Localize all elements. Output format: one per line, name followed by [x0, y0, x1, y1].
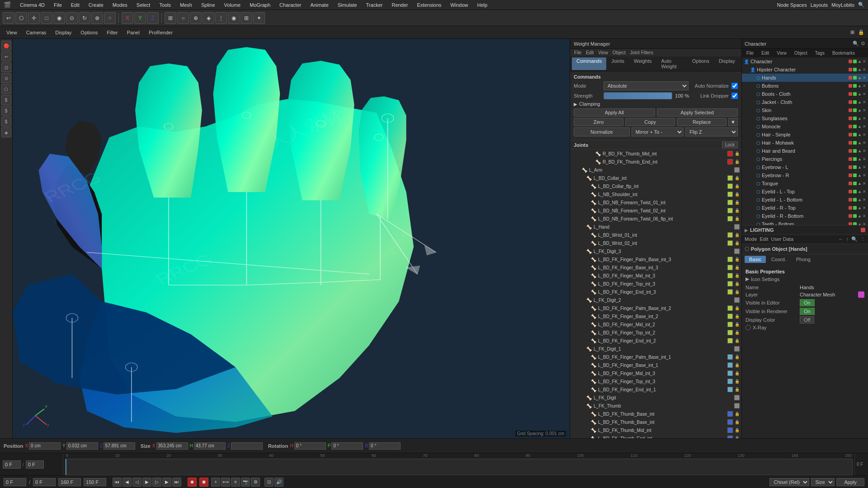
subtool-filter[interactable]: Filter — [104, 29, 120, 36]
cp-tree-item[interactable]: ⬡ Teeth - Bottom ▲ ✕ — [742, 220, 868, 225]
menu-spline[interactable]: Spline — [199, 1, 217, 9]
joint-item[interactable]: 🦴 L_BD_NB_Forearm_Twist_06_ftp_int 🔒 — [570, 215, 741, 223]
cp-tree-item[interactable]: ⬡ Hands ▲ ✕ — [742, 74, 868, 82]
prev-keyframe-btn[interactable]: ◁ — [132, 478, 142, 487]
timeline-zoom-btn[interactable]: ⟺ — [221, 478, 230, 487]
props-user-data-label[interactable]: User Data — [771, 236, 794, 242]
footer-frame-input-2[interactable] — [33, 478, 56, 486]
props-display-color-btn[interactable]: Off — [800, 316, 814, 324]
cp-tree-item[interactable]: ⬡ Tongue ▲ ✕ — [742, 179, 868, 188]
joint-item[interactable]: 🦴 L_BD_FK_Finger_End_int_3 🔒 — [570, 288, 741, 296]
joint-item[interactable]: 🦴 L_BD_FK_Finger_Base_int_1 🔒 — [570, 361, 741, 369]
wm-view[interactable]: View — [597, 50, 609, 56]
copy-button[interactable]: Copy — [625, 118, 675, 126]
auto-normalize-checkbox[interactable] — [731, 83, 738, 89]
cp-tree-item[interactable]: 👤 Hipster Character ▲ ✕ — [742, 66, 868, 74]
sidebar-icon-9[interactable]: ◈ — [1, 127, 11, 137]
wm-edit[interactable]: Edit — [585, 50, 595, 56]
cp-tab-file[interactable]: File — [743, 50, 757, 56]
toolbar-live-selection[interactable]: ⬡ — [15, 12, 27, 24]
joints-list[interactable]: 🦴 R_BD_FK_Thumb_Mid_int 🔒 🦴 R_BD_FK_Thum… — [570, 150, 741, 438]
subtool-cameras[interactable]: Cameras — [24, 29, 49, 36]
cmd-mode-select[interactable]: Absolute — [604, 81, 689, 90]
mode-btn-1[interactable]: ⊡ — [264, 478, 274, 487]
cp-tree-item[interactable]: ⬡ Hair and Beard ▲ ✕ — [742, 147, 868, 155]
cp-tree-item[interactable]: ⬡ Eyelid - R - Bottom ▲ ✕ — [742, 212, 868, 220]
wm-subtab-auto-weight[interactable]: Auto Weight — [657, 57, 687, 70]
cp-tree-item[interactable]: ⬡ Eyebrow - L ▲ ✕ — [742, 163, 868, 171]
clamping-triangle[interactable]: ▶ — [574, 102, 577, 107]
joint-item[interactable]: 🦴 L_BD_FK_Finger_Base_int_2 🔒 — [570, 312, 741, 320]
menu-select[interactable]: Select — [135, 1, 152, 9]
props-nav-back[interactable]: ← — [839, 236, 844, 242]
size-x-input[interactable] — [156, 442, 188, 450]
menu-render[interactable]: Render — [390, 1, 410, 9]
subtool-view[interactable]: View — [4, 29, 20, 36]
joint-item[interactable]: 🦴 L_BD_FK_Finger_Top_int_3 🔒 — [570, 377, 741, 385]
pos-x-input[interactable] — [29, 442, 61, 450]
cp-tab-edit[interactable]: Edit — [758, 50, 773, 56]
toolbar-object[interactable]: □ — [41, 12, 52, 24]
joint-item[interactable]: 🦴 L_BD_FK_Finger_End_int_2 🔒 — [570, 337, 741, 345]
cp-tree-item[interactable]: ⬡ Eyebrow - R ▲ ✕ — [742, 171, 868, 179]
menu-character[interactable]: Character — [278, 1, 303, 9]
toolbar-rotate[interactable]: ↻ — [79, 12, 90, 24]
wm-subtab-weights[interactable]: Weights — [629, 57, 656, 70]
toolbar-paint[interactable]: ◉ — [228, 12, 240, 24]
footer-frame-input-1[interactable] — [4, 478, 26, 486]
timeline-playhead[interactable] — [66, 459, 66, 475]
menu-mesh[interactable]: Mesh — [178, 1, 194, 9]
lighting-arrow[interactable]: ▶ — [745, 228, 748, 233]
sidebar-icon-7[interactable]: $ — [1, 106, 11, 116]
record-stop-btn[interactable]: ⏹ — [199, 478, 208, 487]
props-mode-label[interactable]: Mode — [745, 236, 757, 242]
footer-end-frame-input[interactable] — [58, 478, 81, 486]
current-frame-input[interactable] — [3, 460, 21, 469]
sidebar-icon-5[interactable]: ⬡ — [1, 84, 11, 94]
camera-btn[interactable]: 📷 — [241, 478, 250, 487]
pos-z-input[interactable] — [104, 442, 135, 450]
menu-extensions[interactable]: Extensions — [415, 1, 443, 9]
viewport[interactable]: Perspective Default Camera ▾ — [13, 39, 570, 438]
sidebar-icon-6[interactable]: $ — [1, 95, 11, 105]
menu-simulate[interactable]: Simulate — [336, 1, 359, 9]
menu-edit[interactable]: Edit — [69, 1, 81, 9]
joint-item[interactable]: 🦴 L_FK_Digit_2 — [570, 296, 741, 304]
mode-btn-2[interactable]: 🔊 — [274, 478, 283, 487]
joint-item[interactable]: 🦴 L_BD_FK_Thumb_Base_int 🔒 — [570, 418, 741, 426]
toolbar-undo[interactable]: ↩ — [3, 12, 14, 24]
cp-tree-item[interactable]: ⬡ Piercings ▲ ✕ — [742, 155, 868, 163]
joint-item[interactable]: 🦴 L_BD_FK_Finger_Mid_int_3 🔒 — [570, 369, 741, 377]
menu-help[interactable]: Help — [475, 1, 489, 9]
rot-b-input[interactable] — [369, 442, 401, 450]
rot-h-input[interactable] — [294, 442, 326, 450]
props-visible-renderer-btn[interactable]: On — [800, 308, 815, 315]
sidebar-icon-3[interactable]: ⊡ — [1, 62, 11, 72]
joint-item[interactable]: 🦴 L_BD_FK_Finger_Top_int_3 🔒 — [570, 280, 741, 288]
cp-tree-item[interactable]: ⬡ Eyelid - R - Top ▲ ✕ — [742, 204, 868, 212]
sidebar-icon-1[interactable]: 🔴 — [1, 41, 11, 51]
menu-cinema4d[interactable]: Cinema 4D — [18, 1, 47, 9]
zero-button[interactable]: Zero — [574, 118, 623, 126]
menu-window[interactable]: Window — [448, 1, 470, 9]
replace-button[interactable]: Replace — [677, 118, 726, 126]
prev-frame-btn[interactable]: ◀ — [123, 478, 132, 487]
props-icon-settings[interactable]: ▶ Icon Settings — [745, 276, 864, 282]
wm-subtab-commands[interactable]: Commands — [572, 57, 606, 70]
cp-tree-item[interactable]: ⬡ Buttons ▲ ✕ — [742, 82, 868, 90]
joint-item[interactable]: 🦴 L_BD_Collar_ftp_int 🔒 — [570, 182, 741, 190]
footer-size-select[interactable]: Size — [811, 478, 835, 486]
link-dropper-checkbox[interactable] — [731, 93, 738, 99]
joint-item[interactable]: 🦴 L_FK_Digit_3 — [570, 247, 741, 255]
cmd-strength-slider[interactable] — [604, 92, 672, 99]
toolbar-extra[interactable]: ✦ — [253, 12, 265, 24]
mirror-to-select[interactable]: Mirror + To - — [632, 127, 684, 136]
size-y-input[interactable] — [194, 442, 226, 450]
apply-button[interactable]: Apply — [836, 478, 864, 486]
props-nav-up[interactable]: ↑ — [846, 236, 849, 242]
joint-item[interactable]: 🦴 L_BD_FK_Finger_Palm_Base_int_3 🔒 — [570, 255, 741, 263]
toolbar-y-axis[interactable]: Y — [134, 12, 146, 24]
toolbar-scale[interactable]: ⊗ — [91, 12, 103, 24]
props-visible-editor-btn[interactable]: On — [800, 299, 815, 306]
joint-item[interactable]: 🦴 L_BD_FK_Finger_Base_int_3 🔒 — [570, 263, 741, 272]
